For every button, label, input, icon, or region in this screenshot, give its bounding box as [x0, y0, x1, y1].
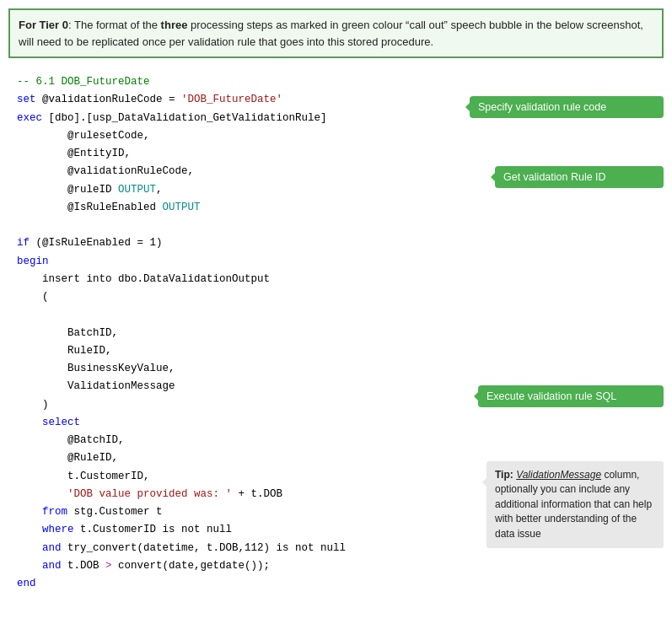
code-line-26: where t.CustomerID is not null [17, 521, 444, 539]
callout-execute-sql: Execute validation rule SQL [478, 385, 664, 407]
code-line-21: @BatchID, [17, 432, 444, 449]
code-block: -- 6.1 DOB_FutureDate set @validationRul… [8, 73, 444, 593]
tip-box: Tip: ValidationMessage column, optionall… [487, 461, 664, 548]
tier-label: For Tier 0 [19, 19, 68, 31]
code-line-8: @IsRuleEnabled OUTPUT [17, 199, 444, 217]
tier-colon: : The format of the [68, 19, 161, 31]
tip-label: Tip: [495, 469, 513, 481]
code-line-10: if (@IsRuleEnabled = 1) [17, 234, 444, 252]
code-line-5: @EntityID, [17, 145, 444, 163]
callout-specify-rule: Specify validation rule code [470, 96, 664, 118]
code-line-29: end [17, 575, 444, 593]
code-section: -- 6.1 DOB_FutureDate set @validationRul… [8, 73, 664, 593]
tier-bold-three: three [161, 19, 188, 31]
code-line-2: set @validationRuleCode = 'DOB_FutureDat… [17, 91, 444, 109]
code-line-14 [17, 306, 444, 324]
tier-info-box: For Tier 0: The format of the three proc… [8, 8, 664, 58]
code-line-6: @validationRuleCode, [17, 163, 444, 180]
callout-get-rule-id: Get validation Rule ID [495, 166, 664, 188]
code-line-27: and try_convert(datetime, t.DOB,112) is … [17, 540, 444, 557]
code-line-16: RuleID, [17, 342, 444, 360]
code-line-13: ( [17, 288, 444, 306]
code-line-1: -- 6.1 DOB_FutureDate [17, 73, 444, 91]
code-line-11: begin [17, 253, 444, 271]
code-line-4: @rulesetCode, [17, 127, 444, 145]
tip-italic: ValidationMessage [516, 469, 601, 481]
code-line-20: select [17, 414, 444, 432]
code-line-22: @RuleID, [17, 449, 444, 467]
code-line-28: and t.DOB > convert(date,getdate()); [17, 557, 444, 575]
code-line-18: ValidationMessage [17, 378, 444, 395]
code-line-23: t.CustomerID, [17, 468, 444, 486]
code-line-12: insert into dbo.DataValidationOutput [17, 271, 444, 288]
code-line-3: exec [dbo].[usp_DataValidation_GetValida… [17, 110, 444, 127]
code-line-17: BusinessKeyValue, [17, 360, 444, 378]
code-line-25: from stg.Customer t [17, 503, 444, 521]
code-line-9 [17, 217, 444, 234]
code-line-7: @ruleID OUTPUT, [17, 181, 444, 199]
page-container: For Tier 0: The format of the three proc… [0, 0, 672, 601]
code-line-24: 'DOB value provided was: ' + t.DOB [17, 486, 444, 503]
code-line-15: BatchID, [17, 325, 444, 342]
code-line-19: ) [17, 396, 444, 414]
